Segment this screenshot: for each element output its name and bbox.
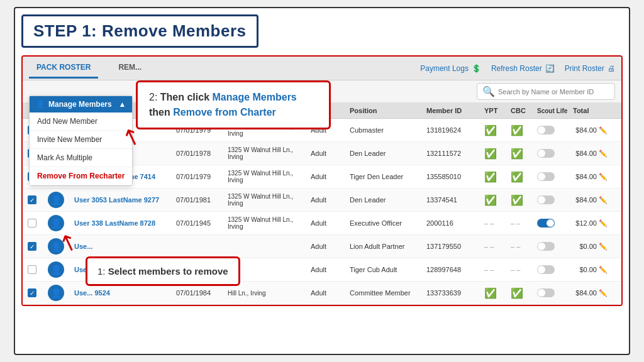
row6-position: Lion Adult Partner bbox=[350, 243, 425, 250]
row6-scout-life-toggle[interactable] bbox=[537, 242, 555, 251]
tab-rem[interactable]: REM... bbox=[111, 58, 149, 79]
row4-member-id: 13374541 bbox=[426, 196, 483, 204]
col-member-id: Member ID bbox=[426, 107, 483, 114]
row7-checkbox[interactable] bbox=[28, 265, 36, 274]
row6-type: Adult bbox=[311, 243, 348, 250]
row6-ypt: – – bbox=[484, 243, 509, 250]
add-new-member-item[interactable]: Add New Member bbox=[30, 112, 132, 131]
row4-address: 1325 W Walnut Hill Ln., Irving bbox=[228, 193, 309, 207]
row2-address: 1325 W Walnut Hill Ln., Irving bbox=[228, 146, 309, 160]
row3-total: $84.00 ✏️ bbox=[573, 173, 608, 181]
mark-as-multiple-item[interactable]: Mark As Multiple bbox=[30, 149, 132, 167]
row8-avatar: 👤 bbox=[48, 285, 64, 301]
invite-new-member-item[interactable]: Invite New Member bbox=[30, 131, 132, 149]
row3-scout-life-toggle[interactable] bbox=[537, 172, 555, 181]
row6-cbc: – – bbox=[511, 243, 536, 250]
top-nav-right: Payment Logs 💲 Refresh Roster 🔄 Print Ro… bbox=[420, 64, 615, 73]
search-box[interactable]: 🔍 bbox=[477, 83, 615, 100]
row7-position: Tiger Cub Adult bbox=[350, 266, 425, 273]
row8-cbc: ✅ bbox=[511, 287, 536, 299]
row8-ypt: ✅ bbox=[484, 287, 509, 299]
row4-name[interactable]: User 3053 LastName 9277 bbox=[74, 196, 175, 204]
row3-dob: 07/01/1979 bbox=[176, 173, 226, 180]
refresh-roster-button[interactable]: Refresh Roster 🔄 bbox=[491, 64, 555, 73]
row4-checkbox[interactable]: ✓ bbox=[28, 195, 36, 204]
row5-ypt: – – bbox=[484, 219, 509, 227]
row5-name[interactable]: User 338 LastName 8728 bbox=[74, 219, 175, 227]
row8-scout-life-toggle[interactable] bbox=[537, 288, 555, 297]
row5-dob: 07/01/1945 bbox=[176, 219, 226, 227]
row1-scout-life-toggle[interactable] bbox=[537, 126, 555, 134]
dollar-icon: 💲 bbox=[472, 64, 481, 73]
row4-ypt: ✅ bbox=[484, 194, 509, 206]
row3-type: Adult bbox=[311, 173, 348, 180]
callout1-step: 1: bbox=[97, 266, 106, 277]
callout2-middle: then bbox=[149, 107, 173, 118]
row8-address: Hill Ln., Irving bbox=[228, 290, 309, 297]
callout-select-members: 1: Select members to remove bbox=[86, 256, 240, 286]
search-input[interactable] bbox=[498, 88, 609, 96]
row1-total: $84.00 ✏️ bbox=[573, 126, 608, 134]
remove-from-recharter-item[interactable]: Remove From Recharter bbox=[30, 167, 132, 185]
table-row: 👤 User 338 LastName 8728 07/01/1945 1325… bbox=[23, 212, 621, 235]
print-icon: 🖨 bbox=[608, 64, 615, 73]
row6-checkbox[interactable]: ✓ bbox=[28, 242, 36, 251]
row8-position: Committee Member bbox=[350, 289, 425, 297]
row2-dob: 07/01/1978 bbox=[176, 150, 226, 157]
table-row: ✓ 👤 Use... Adult Lion Adult Partner 1371… bbox=[23, 235, 621, 258]
row3-member-id: 135585010 bbox=[426, 173, 483, 180]
manage-members-label: Manage Members bbox=[48, 100, 112, 109]
row8-type: Adult bbox=[311, 289, 348, 297]
row6-member-id: 137179550 bbox=[426, 243, 483, 250]
row5-total: $12.00 ✏️ bbox=[573, 219, 608, 228]
row4-position: Den Leader bbox=[350, 196, 425, 204]
row5-checkbox[interactable] bbox=[28, 219, 36, 228]
print-roster-button[interactable]: Print Roster 🖨 bbox=[565, 64, 615, 73]
row8-dob: 07/01/1984 bbox=[176, 289, 226, 297]
row7-member-id: 128997648 bbox=[426, 266, 483, 273]
callout2-bold2: Remove from Charter bbox=[173, 107, 276, 118]
row6-name[interactable]: Use... bbox=[74, 243, 175, 250]
row8-checkbox[interactable]: ✓ bbox=[28, 288, 36, 297]
row5-type: Adult bbox=[311, 219, 348, 227]
row1-cbc: ✅ bbox=[511, 124, 536, 136]
row7-total: $0.00 ✏️ bbox=[573, 266, 608, 274]
row2-scout-life-toggle[interactable] bbox=[537, 149, 555, 158]
row5-scout-life-toggle[interactable] bbox=[537, 219, 555, 228]
chevron-icon: ▲ bbox=[119, 100, 126, 109]
row8-name[interactable]: Use... 9524 bbox=[74, 289, 175, 297]
callout2-prefix: Then click bbox=[160, 92, 213, 102]
row4-scout-life-toggle[interactable] bbox=[537, 195, 555, 204]
row4-dob: 07/01/1981 bbox=[176, 196, 226, 204]
app-container: PACK ROSTER REM... Payment Logs 💲 Refres… bbox=[21, 55, 623, 306]
col-position: Position bbox=[350, 107, 425, 114]
refresh-icon: 🔄 bbox=[545, 64, 555, 73]
tab-pack-roster[interactable]: PACK ROSTER bbox=[29, 58, 98, 79]
payment-logs-label: Payment Logs bbox=[420, 64, 469, 73]
row2-ypt: ✅ bbox=[484, 148, 509, 160]
row2-cbc: ✅ bbox=[511, 148, 536, 160]
manage-members-dropdown: 👤 Manage Members ▲ Add New Member Invite… bbox=[29, 96, 133, 186]
row7-scout-life-toggle[interactable] bbox=[537, 265, 555, 274]
row5-member-id: 2000116 bbox=[426, 219, 483, 227]
row3-address: 1325 W Walnut Hill Ln., Irving bbox=[228, 170, 309, 184]
row7-cbc: – – bbox=[511, 266, 536, 273]
row6-total: $0.00 ✏️ bbox=[573, 243, 608, 251]
row3-cbc: ✅ bbox=[511, 171, 536, 183]
manage-members-header[interactable]: 👤 Manage Members ▲ bbox=[30, 96, 132, 112]
top-nav: PACK ROSTER REM... Payment Logs 💲 Refres… bbox=[23, 57, 621, 80]
col-scout-life: Scout Life bbox=[537, 107, 572, 114]
callout2-step: 2: bbox=[149, 92, 157, 102]
row3-ypt: ✅ bbox=[484, 171, 509, 183]
col-total: Total bbox=[573, 107, 608, 114]
payment-logs-button[interactable]: Payment Logs 💲 bbox=[420, 64, 481, 73]
row5-cbc: – – bbox=[511, 219, 536, 227]
row3-position: Tiger Den Leader bbox=[350, 173, 425, 180]
callout2-bold1: Manage Members bbox=[213, 92, 297, 102]
row1-position: Cubmaster bbox=[350, 126, 425, 134]
user-icon: 👤 bbox=[36, 100, 45, 109]
row2-type: Adult bbox=[311, 150, 348, 157]
table-row: ✓ 👤 User 3053 LastName 9277 07/01/1981 1… bbox=[23, 189, 621, 212]
row8-total: $84.00 ✏️ bbox=[573, 289, 608, 297]
col-cbc: CBC bbox=[511, 107, 536, 114]
